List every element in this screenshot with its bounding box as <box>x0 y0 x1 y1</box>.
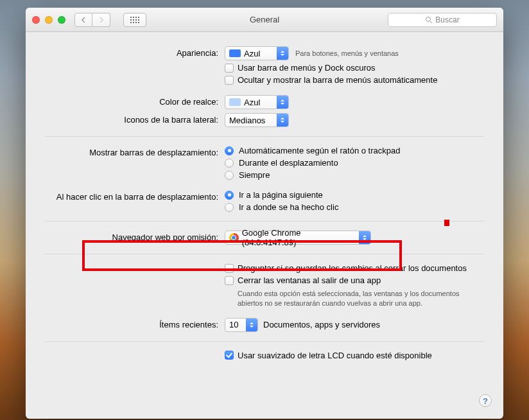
appearance-note: Para botones, menús y ventanas <box>295 49 399 57</box>
svg-rect-1 <box>133 17 134 18</box>
annotation-mark <box>444 220 449 226</box>
zoom-window-button[interactable] <box>58 16 65 24</box>
radio-icon <box>225 203 234 212</box>
svg-line-13 <box>430 21 432 23</box>
checkbox-icon <box>225 351 234 360</box>
scrollbars-scrolling-radio[interactable]: Durante el desplazamiento <box>225 158 484 168</box>
svg-rect-2 <box>135 17 137 18</box>
svg-point-12 <box>426 17 431 21</box>
recent-items-select[interactable]: 10 <box>225 318 258 332</box>
svg-rect-7 <box>138 19 139 21</box>
pane: Apariencia: Azul Para botones, menús y v… <box>26 32 503 376</box>
ask-save-checkbox[interactable]: Preguntar si se guardan los cambios al c… <box>225 263 484 273</box>
nav-buttons <box>74 13 110 27</box>
default-browser-label: Navegador web por omisión: <box>45 231 225 242</box>
scroll-click-here-radio[interactable]: Ir a donde se ha hecho clic <box>225 202 484 212</box>
svg-rect-11 <box>138 22 139 23</box>
svg-rect-3 <box>138 17 139 18</box>
svg-rect-5 <box>133 19 134 21</box>
show-all-button[interactable] <box>123 13 146 27</box>
appearance-select[interactable]: Azul <box>225 46 289 60</box>
appearance-value: Azul <box>244 49 264 58</box>
select-arrows-icon <box>277 114 288 127</box>
close-window-button[interactable] <box>32 16 40 24</box>
sidebar-icons-value: Medianos <box>229 116 269 125</box>
radio-icon <box>225 171 234 180</box>
highlight-color-select[interactable]: Azul <box>225 95 289 109</box>
recent-items-label: Ítems recientes: <box>45 318 225 329</box>
search-field[interactable]: Buscar <box>388 13 497 27</box>
checkbox-icon <box>225 264 234 273</box>
select-arrows-icon <box>277 96 288 109</box>
close-windows-checkbox[interactable]: Cerrar las ventanas al salir de una app <box>225 276 484 285</box>
window-controls <box>32 16 65 24</box>
titlebar: General Buscar <box>26 8 503 32</box>
chrome-icon <box>229 233 239 243</box>
default-browser-value: Google Chrome (84.0.4147.89) <box>242 228 360 247</box>
scroll-click-next-radio[interactable]: Ir a la página siguiente <box>225 190 484 200</box>
radio-icon <box>225 159 234 168</box>
checkbox-icon <box>225 76 234 85</box>
select-arrows-icon <box>277 47 288 60</box>
select-arrows-icon <box>246 319 257 331</box>
highlight-color-label: Color de realce: <box>45 95 225 107</box>
search-placeholder: Buscar <box>435 15 459 24</box>
lcd-smoothing-checkbox[interactable]: Usar suavizado de letra LCD cuando esté … <box>225 351 484 360</box>
svg-rect-6 <box>135 19 137 21</box>
sidebar-icons-label: Iconos de la barra lateral: <box>45 113 225 125</box>
checkbox-icon <box>225 64 234 73</box>
svg-rect-10 <box>135 22 137 23</box>
radio-icon <box>225 191 234 200</box>
default-browser-select[interactable]: Google Chrome (84.0.4147.89) <box>225 231 371 245</box>
scrollbars-label: Mostrar barras de desplazamiento: <box>45 146 225 157</box>
back-button[interactable] <box>74 13 92 27</box>
blue-swatch-icon <box>229 49 241 57</box>
checkbox-icon <box>225 276 234 285</box>
scrollbars-always-radio[interactable]: Siempre <box>225 170 484 180</box>
appearance-label: Apariencia: <box>45 46 225 58</box>
svg-rect-9 <box>133 22 134 23</box>
scrollbars-auto-radio[interactable]: Automáticamente según el ratón o trackpa… <box>225 146 484 155</box>
minimize-window-button[interactable] <box>45 16 53 24</box>
help-button[interactable]: ? <box>479 394 492 407</box>
lightblue-swatch-icon <box>229 98 241 106</box>
sidebar-icons-select[interactable]: Medianos <box>225 113 289 127</box>
highlight-value: Azul <box>244 98 264 107</box>
radio-icon <box>225 146 234 155</box>
scroll-click-label: Al hacer clic en la barra de desplazamie… <box>45 190 225 202</box>
dark-menubar-checkbox[interactable]: Usar barra de menús y Dock oscuros <box>225 63 484 73</box>
recent-items-value: 10 <box>229 320 242 329</box>
svg-rect-8 <box>130 22 132 23</box>
preferences-window: General Buscar Apariencia: Azul Para bot… <box>26 8 503 419</box>
svg-rect-0 <box>130 17 132 18</box>
forward-button[interactable] <box>92 13 110 27</box>
auto-hide-menubar-checkbox[interactable]: Ocultar y mostrar la barra de menús auto… <box>225 75 484 85</box>
recent-items-suffix: Documentos, apps y servidores <box>263 320 380 329</box>
select-arrows-icon <box>359 231 370 244</box>
close-windows-hint: Cuando esta opción está seleccionada, la… <box>225 288 481 309</box>
svg-rect-4 <box>130 19 132 21</box>
